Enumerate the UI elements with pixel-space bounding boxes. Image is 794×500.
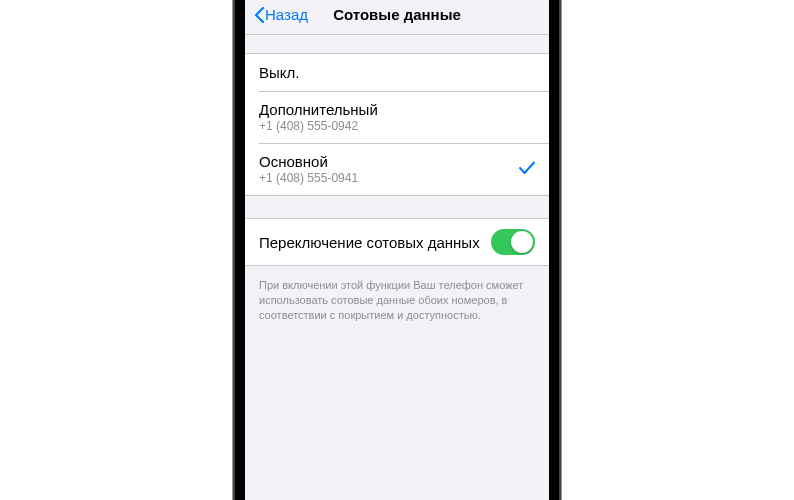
cellular-switching-row: Переключение сотовых данных <box>245 219 549 265</box>
phone-frame: 09:41 Назад Сотовые данные <box>233 0 561 500</box>
chevron-left-icon <box>253 6 265 24</box>
line-secondary-number: +1 (408) 555-0942 <box>259 119 378 133</box>
switching-group: Переключение сотовых данных <box>245 218 549 266</box>
back-button[interactable]: Назад <box>245 6 308 24</box>
cellular-switching-label: Переключение сотовых данных <box>259 234 480 251</box>
line-primary-number: +1 (408) 555-0941 <box>259 171 358 185</box>
cellular-switching-toggle[interactable] <box>491 229 535 255</box>
line-primary-label: Основной <box>259 153 358 170</box>
page-title: Сотовые данные <box>333 6 461 23</box>
line-option-primary[interactable]: Основной +1 (408) 555-0941 <box>245 143 549 195</box>
content: Выкл. Дополнительный +1 (408) 555-0942 О… <box>245 35 549 323</box>
back-label: Назад <box>265 6 308 23</box>
checkmark-icon <box>519 159 535 180</box>
line-option-secondary[interactable]: Дополнительный +1 (408) 555-0942 <box>245 91 549 143</box>
line-off-label: Выкл. <box>259 64 299 81</box>
cellular-switching-note: При включении этой функции Ваш телефон с… <box>245 272 549 323</box>
screen: 09:41 Назад Сотовые данные <box>245 0 549 500</box>
line-option-off[interactable]: Выкл. <box>245 54 549 91</box>
line-selection-group: Выкл. Дополнительный +1 (408) 555-0942 О… <box>245 53 549 196</box>
line-secondary-label: Дополнительный <box>259 101 378 118</box>
nav-bar: Назад Сотовые данные <box>245 0 549 35</box>
